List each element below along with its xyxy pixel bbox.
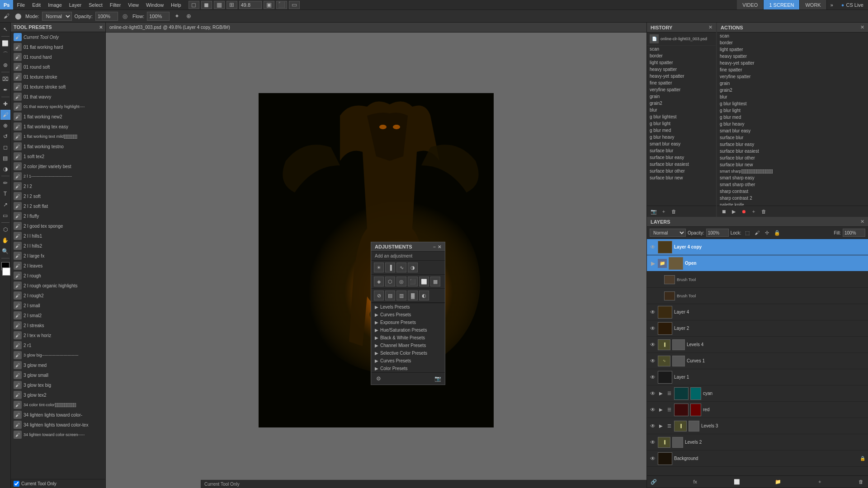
action-item[interactable]: g blur light [717,107,868,114]
layer-visibility-icon[interactable]: 👁 [650,342,656,348]
cs-live[interactable]: ● CS Live [837,2,868,8]
toolbar-icon-3[interactable]: ▦ [214,1,225,9]
curves-presets-item[interactable]: ▶ Curves Presets [371,311,445,319]
tool-text[interactable]: T [0,189,10,199]
menu-item-image[interactable]: Image [44,0,66,9]
color-balance-icon[interactable]: ◎ [396,277,406,286]
layer-visibility-icon[interactable]: 👁 [650,325,656,332]
layer-visibility-icon[interactable]: 👁 [650,358,656,364]
layer-visibility-icon[interactable]: 👁 [656,293,662,299]
list-item[interactable]: 🖌 2 r1 [11,340,105,350]
tool-shape[interactable]: ▭ [0,211,10,221]
list-item[interactable]: 🖌 2 l l hills1 [11,231,105,241]
background-color[interactable] [2,267,10,276]
selective-color-presets-item[interactable]: ▶ Selective Color Presets [371,349,445,357]
list-item[interactable]: 🖌 3 glow big--------------------------- [11,350,105,360]
menu-item-select[interactable]: Select [85,0,106,9]
add-mask-icon[interactable]: ⬜ [733,478,741,486]
menu-item-layer[interactable]: Layer [66,0,85,9]
list-item[interactable]: 🖌 2 l smal2 [11,310,105,320]
layers-close-icon[interactable]: ✕ [860,219,864,225]
layer-item[interactable]: 👁 ▐ Levels 4 [647,337,868,353]
layer-item[interactable]: 👁 ▶ ☰ cyan [647,385,868,402]
adj-settings-icon[interactable]: ⚙ [374,374,383,383]
tool-zoom[interactable]: 🔍 [0,246,10,256]
airbrush-toggle[interactable]: ◎ [121,12,130,21]
tool-clone[interactable]: ⊕ [0,121,10,131]
tab-1screen[interactable]: 1 SCREEN [764,0,800,9]
history-item[interactable]: scan [647,46,716,52]
levels-presets-item[interactable]: ▶ Levels Presets [371,303,445,311]
list-item[interactable]: 🖌 34 lighten toward color-screen----- [11,430,105,440]
delete-layer-icon[interactable]: 🗑 [857,478,865,486]
brush-size-icon[interactable]: ⬤ [14,12,23,21]
tool-3d[interactable]: ⬡ [0,225,10,235]
history-item[interactable]: g blur med [647,127,716,134]
action-item[interactable]: palette knife [717,202,868,206]
list-item[interactable]: 🖌 2 l tex w horiz [11,330,105,340]
layer-item[interactable]: 👁 Layer 4 [647,304,868,320]
adjustments-minimize-icon[interactable]: − [433,244,436,249]
layer-item[interactable]: 👁 ▐ Levels 2 [647,434,868,450]
tool-marquee-rect[interactable]: ⬜ [0,38,10,48]
list-item[interactable]: 🖌 1 flat working text mild]]]]]]]]]]]] [11,131,105,141]
action-item[interactable]: sharp contrast [717,188,868,195]
action-item[interactable]: blur [717,94,868,100]
action-item[interactable]: grain2 [717,87,868,94]
layer-item[interactable]: 👁 Layer 4 copy [647,239,868,255]
tool-eyedropper[interactable]: ✒ [0,85,10,95]
layer-expand-icon[interactable]: ▶ [650,260,656,267]
layer-item-background[interactable]: 👁 Background 🔒 [647,450,868,467]
history-item[interactable]: grain [647,93,716,100]
history-item[interactable]: grain2 [647,100,716,107]
list-item[interactable]: 🖌 2 l large fx [11,251,105,261]
adj-camera-icon[interactable]: 📷 [433,374,442,383]
layer-item[interactable]: 👁 Layer 1 [647,369,868,385]
threshold-icon[interactable]: ▥ [396,291,406,300]
tool-eraser[interactable]: ◻ [0,142,10,152]
history-item[interactable]: border [647,52,716,59]
list-item[interactable]: 🖌 2 l rough [11,271,105,281]
preset-item-current-tool[interactable]: 🖌 Current Tool Only [11,32,105,42]
hue-sat-presets-item[interactable]: ▶ Hue/Saturation Presets [371,326,445,334]
list-item[interactable]: 🖌 3 glow tex big [11,380,105,390]
layer-visibility-icon[interactable]: 👁 [650,309,656,315]
panel-close-btn[interactable]: ✕ [99,25,103,30]
history-item[interactable]: heavy-yet spatter [647,73,716,80]
menu-item-help[interactable]: Help [167,0,185,9]
current-tool-checkbox[interactable] [14,481,19,487]
exposure-icon[interactable]: ◑ [408,263,418,272]
new-group-icon[interactable]: 📁 [774,478,782,486]
history-item[interactable]: surface blur easiest [647,161,716,168]
toolbar-icon-7[interactable]: ▭ [289,1,300,9]
menu-item-view[interactable]: View [124,0,142,9]
action-item[interactable]: grain [717,80,868,87]
zoom-input[interactable]: 49.8 [239,1,262,9]
history-new-snapshot-icon[interactable]: 📷 [650,207,658,216]
opacity-input[interactable] [95,12,118,21]
history-new-state-icon[interactable]: + [660,207,668,216]
add-style-icon[interactable]: fx [691,478,699,486]
tab-video[interactable]: VIDEO [737,0,764,9]
layer-item[interactable]: 👁 Brush Tool [647,288,868,304]
layer-visibility-icon[interactable]: 👁 [650,390,656,397]
brightness-icon[interactable]: ☀ [374,263,384,272]
layer-visibility-icon[interactable]: 👁 [650,423,656,429]
tool-move[interactable]: ↖ [0,24,10,34]
action-item[interactable]: fine spatter [717,66,868,73]
action-item[interactable]: surface blur easy [717,141,868,148]
airbrush-icon[interactable]: ✦ [172,12,181,21]
adjustments-close-icon[interactable]: ✕ [438,244,441,249]
blend-mode-select[interactable]: Normal [650,229,686,237]
toolbar-icon-6[interactable]: ⬛ [276,1,287,9]
toolbar-icon-5[interactable]: ▣ [264,1,274,9]
tool-hand[interactable]: ✋ [0,235,10,245]
history-item[interactable]: veryfine spatter [647,86,716,93]
tool-brush[interactable]: 🖌 [0,110,10,120]
layer-item[interactable]: 👁 ▶ ☰ red [647,402,868,418]
action-item[interactable]: smart sharp other [717,181,868,188]
channel-mixer-icon[interactable]: ▦ [430,277,440,286]
levels-icon[interactable]: ▐ [385,263,395,272]
list-item[interactable]: 🖌 1 flat working testno [11,141,105,151]
color-presets-item[interactable]: ▶ Color Presets [371,365,445,372]
